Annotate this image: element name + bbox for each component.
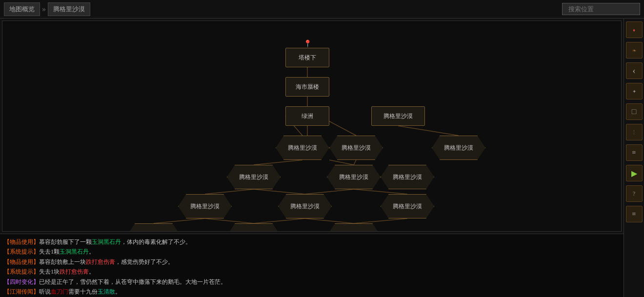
- map-node-node8[interactable]: 腾格里沙漠: [227, 165, 281, 189]
- svg-line-13: [154, 218, 205, 223]
- map-node-node11[interactable]: 腾格里沙漠: [178, 194, 232, 218]
- map-node-node10[interactable]: 腾格里沙漠: [381, 165, 434, 189]
- sidebar-btn-menu2[interactable]: ≡: [626, 206, 643, 222]
- svg-line-14: [205, 218, 254, 223]
- map-node-node2[interactable]: 海市蜃楼: [285, 77, 329, 97]
- sidebar-btn-arrow[interactable]: ‹: [626, 62, 643, 79]
- map-node-node1[interactable]: 塔楼下📍: [285, 48, 329, 67]
- sidebar-btn-2[interactable]: ❧: [626, 42, 643, 59]
- breadcrumb-overview[interactable]: 地图概览: [4, 2, 40, 16]
- log-line: 【系统提示】失去1颗玉洞黑石丹。: [4, 247, 620, 257]
- svg-line-15: [254, 218, 305, 223]
- svg-line-16: [305, 218, 354, 223]
- map-panel: 塔楼下📍海市蜃楼绿洲腾格里沙漠腾格里沙漠腾格里沙漠腾格里沙漠腾格里沙漠腾格里沙漠…: [0, 19, 624, 297]
- map-canvas[interactable]: 塔楼下📍海市蜃楼绿洲腾格里沙漠腾格里沙漠腾格里沙漠腾格里沙漠腾格里沙漠腾格里沙漠…: [2, 20, 622, 232]
- search-input[interactable]: [562, 3, 640, 15]
- map-node-node9[interactable]: 腾格里沙漠: [327, 165, 381, 189]
- svg-line-6: [254, 160, 302, 165]
- location-pin: 📍: [303, 40, 312, 48]
- svg-line-11: [305, 189, 354, 194]
- map-node-node15[interactable]: 腾格里沙漠: [227, 223, 281, 232]
- svg-line-7: [329, 160, 354, 165]
- log-line: 【物品使用】慕容彭勃服下了一颗玉洞黑石丹，体内的毒素化解了不少。: [4, 237, 620, 247]
- log-line: 【物品使用】慕容彭勃敷上一块跌打愈伤膏，感觉伤势好了不少。: [4, 257, 620, 267]
- main-area: 塔楼下📍海市蜃楼绿洲腾格里沙漠腾格里沙漠腾格里沙漠腾格里沙漠腾格里沙漠腾格里沙漠…: [0, 19, 644, 297]
- svg-line-8: [354, 160, 356, 165]
- map-node-node5[interactable]: 腾格里沙漠: [276, 136, 329, 160]
- log-panel: 【物品使用】慕容彭勃服下了一颗玉洞黑石丹，体内的毒素化解了不少。【系统提示】失去…: [0, 234, 624, 297]
- map-node-node12[interactable]: 腾格里沙漠: [278, 194, 332, 218]
- breadcrumb-location[interactable]: 腾格里沙漠: [48, 2, 90, 16]
- log-line: 【系统提示】失去1块跌打愈伤膏。: [4, 267, 620, 277]
- sidebar-btn-square[interactable]: □: [626, 103, 643, 120]
- sidebar-btn-4[interactable]: ✦: [626, 83, 643, 99]
- svg-line-9: [205, 189, 254, 194]
- log-line: 【四时变化】已经是正午了，雪仍然下着，从苍穹中撒落下来的鹅毛。大地一片苍茫。: [4, 277, 620, 287]
- map-node-node13[interactable]: 腾格里沙漠: [381, 194, 434, 218]
- breadcrumb-separator: »: [42, 5, 46, 14]
- map-icon-btn[interactable]: ⬧: [626, 21, 643, 38]
- map-node-node16[interactable]: 腾格里沙漠: [327, 223, 381, 232]
- sidebar-btn-6[interactable]: ⋮: [626, 124, 643, 140]
- map-node-node3[interactable]: 绿洲: [285, 106, 329, 126]
- map-node-node14[interactable]: 腾格里沙漠: [127, 223, 181, 232]
- svg-line-10: [254, 189, 305, 194]
- map-node-node7[interactable]: 腾格里沙漠: [432, 136, 485, 160]
- map-node-node6[interactable]: 腾格里沙漠: [329, 136, 383, 160]
- sidebar-btn-menu[interactable]: ≡: [626, 144, 643, 161]
- right-sidebar: ⬧ ❧ ‹ ✦ □ ⋮ ≡ ▶ ? ≡: [624, 19, 644, 297]
- map-node-node4[interactable]: 腾格里沙漠: [371, 106, 425, 126]
- top-bar: 地图概览 » 腾格里沙漠: [0, 0, 644, 19]
- breadcrumb: 地图概览 » 腾格里沙漠: [4, 2, 90, 16]
- svg-line-12: [354, 189, 407, 194]
- sidebar-btn-help[interactable]: ?: [626, 185, 643, 202]
- log-line: 【江湖传闻】听说血刀门需要十九份玉清散。: [4, 287, 620, 297]
- sidebar-btn-play[interactable]: ▶: [626, 165, 643, 181]
- svg-line-5: [398, 126, 459, 136]
- svg-line-17: [354, 218, 407, 223]
